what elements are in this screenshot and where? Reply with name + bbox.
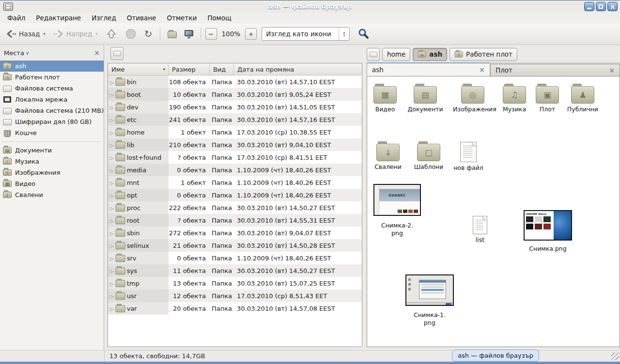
tab-close-icon[interactable]: × [479,66,485,74]
filesystem-root-button[interactable] [110,47,124,60]
taskbar-balloon[interactable]: ash — файлов браузър [452,349,539,362]
path-button-desktop[interactable]: Работен плот [450,48,517,61]
table-row[interactable]: opt 0 обекта Папка 1.10.2009 (чт) 18,40,… [108,189,362,201]
reload-button[interactable]: ↻ [141,27,155,41]
expander-icon[interactable] [110,204,114,212]
computer-button[interactable] [182,28,196,40]
sidebar-place-item[interactable]: Файлова система [0,83,104,94]
expander-icon[interactable] [110,91,114,98]
stop-button[interactable] [122,26,140,42]
icon-view[interactable]: ▦ Видео ▤ Документи ◎ Изображения ♫ Музи… [367,76,620,347]
table-row[interactable]: selinux 21 обекта Папка 30.03.2010 (вт) … [108,239,362,252]
file-item-list[interactable]: list [463,216,497,244]
expander-icon[interactable] [110,267,114,274]
table-row[interactable]: mnt 1 обект Папка 1.10.2009 (чт) 18,40,2… [108,176,362,189]
folder-item-documents[interactable]: ▤ Документи [405,82,446,113]
table-row[interactable]: var 20 обекта Папка 30.03.2010 (вт) 14,5… [108,302,362,315]
menu-item[interactable]: Помощ [202,13,237,23]
expander-icon[interactable] [110,179,114,186]
tab-plot[interactable]: Плот × [490,64,620,76]
table-row[interactable]: etc 241 обекта Папка 30.03.2010 (вт) 14,… [108,113,362,126]
zoom-in-button[interactable]: + [245,28,257,40]
minimize-button[interactable] [584,2,594,11]
folder-item-downloads[interactable]: ↓ Свалени [368,140,408,171]
table-row[interactable]: sbin 272 обекта Папка 30.03.2010 (вт) 9,… [108,227,362,239]
expander-icon[interactable] [110,154,114,161]
expander-icon[interactable] [110,129,114,136]
column-header-name[interactable]: Име ▾ [108,63,169,75]
sidebar-close-icon[interactable]: × [94,49,100,57]
table-row[interactable]: lost+found ? обекта Папка 17.03.2010 (ср… [108,151,362,164]
expander-icon[interactable] [110,255,114,262]
sidebar-bookmark-item[interactable]: Музика [0,156,104,167]
sidebar-title[interactable]: Места [4,49,24,57]
menu-item[interactable]: Отметки [161,13,202,23]
expander-icon[interactable] [110,229,114,237]
expander-icon[interactable] [110,192,114,199]
expander-icon[interactable] [110,116,114,123]
sidebar-place-item[interactable]: Файлова система (210 MB) [0,105,104,116]
sidebar-place-item[interactable]: ash [0,61,104,72]
expander-icon[interactable] [110,217,114,224]
table-row[interactable]: media 0 обекта Папка 1.10.2009 (чт) 18,4… [108,164,362,176]
back-button[interactable]: Назад ▾ [3,27,48,41]
table-row[interactable]: usr 12 обекта Папка 17.03.2010 (ср) 8,51… [108,289,362,302]
tab-close-icon[interactable]: × [609,66,615,74]
expander-icon[interactable] [110,141,114,149]
expander-icon[interactable] [110,78,114,86]
table-row[interactable]: home 1 обект Папка 17.03.2010 (ср) 10,38… [108,126,362,138]
file-item-snimka[interactable]: Снимка.png [524,243,572,253]
column-header-size[interactable]: Размер [169,63,210,75]
sidebar-place-item[interactable]: Кошче [0,127,104,138]
sidebar-bookmark-item[interactable]: Видео [0,178,104,189]
up-button[interactable] [103,26,120,42]
back-dropdown-icon[interactable]: ▾ [43,31,46,36]
filesystem-path-button[interactable] [367,48,380,61]
sidebar-place-item[interactable]: Работен плот [0,72,104,83]
sidebar-bookmark-item[interactable]: Изображения [0,167,104,178]
snimka-thumbnail[interactable]: GNOME Store [524,210,572,241]
close-button[interactable]: × [607,2,618,11]
view-mode-select[interactable]: Изглед като икони ▴▾ [262,27,350,41]
home-button[interactable] [165,28,180,40]
menu-item[interactable]: Изглед [86,13,122,23]
folder-item-templates[interactable]: ▢ Шаблони [408,140,449,171]
folder-item-desktop[interactable]: ▣ Плот [527,82,568,113]
expander-icon[interactable] [110,292,114,300]
file-item-newfile[interactable]: нов файл [448,140,489,172]
menu-item[interactable]: Отиване [122,13,162,23]
resize-grip[interactable] [611,352,619,360]
table-row[interactable]: tmp 13 обекта Папка 30.03.2010 (вт) 15,0… [108,277,362,289]
chevron-down-icon[interactable]: ∨ [26,50,29,56]
table-row[interactable]: root ? обекта Папка 30.03.2010 (вт) 14,5… [108,214,362,227]
expander-icon[interactable] [110,280,114,287]
file-item-snimka1[interactable]: Снимка-1.png [412,309,447,327]
combo-arrows-icon[interactable]: ▴▾ [339,28,349,40]
expander-icon[interactable] [110,167,114,174]
sidebar-bookmark-item[interactable]: Документи [0,145,104,156]
zoom-out-button[interactable]: − [205,28,217,40]
tab-ash[interactable]: ash × [367,62,490,76]
path-button-ash[interactable]: ash [413,48,447,61]
forward-dropdown-icon[interactable]: ▾ [95,31,98,36]
snimka-1-thumbnail[interactable] [405,274,454,306]
forward-button[interactable]: Напред ▾ [50,27,101,41]
table-row[interactable]: bin 108 обекта Папка 30.03.2010 (вт) 14,… [108,76,362,88]
snimka-2-thumbnail[interactable]: GUADEC [373,184,421,216]
sidebar-bookmark-item[interactable]: Свалени [0,189,104,200]
table-row[interactable]: boot 10 обекта Папка 30.03.2010 (вт) 9,0… [108,88,362,101]
table-row[interactable]: proc 222 обекта Папка 30.03.2010 (вт) 14… [108,201,362,214]
column-header-type[interactable]: Вид [210,63,234,75]
maximize-button[interactable] [596,2,606,11]
sidebar-place-item[interactable]: Локална мрежа [0,94,104,105]
search-button[interactable] [355,26,373,42]
folder-item-pictures[interactable]: ◎ Изображения [453,82,493,113]
menu-item[interactable]: Редактиране [31,13,86,23]
table-row[interactable]: sys 11 обекта Папка 30.03.2010 (вт) 14,5… [108,264,362,277]
expander-icon[interactable] [110,305,114,312]
expander-icon[interactable] [110,104,114,111]
folder-item-public[interactable]: ♟ Публични [562,82,603,113]
table-row[interactable]: srv 0 обекта Папка 1.10.2009 (чт) 18,40,… [108,252,362,264]
column-header-date[interactable]: Дата на промяна [234,63,362,75]
table-row[interactable]: dev 190 обекта Папка 30.03.2010 (вт) 14,… [108,101,362,113]
